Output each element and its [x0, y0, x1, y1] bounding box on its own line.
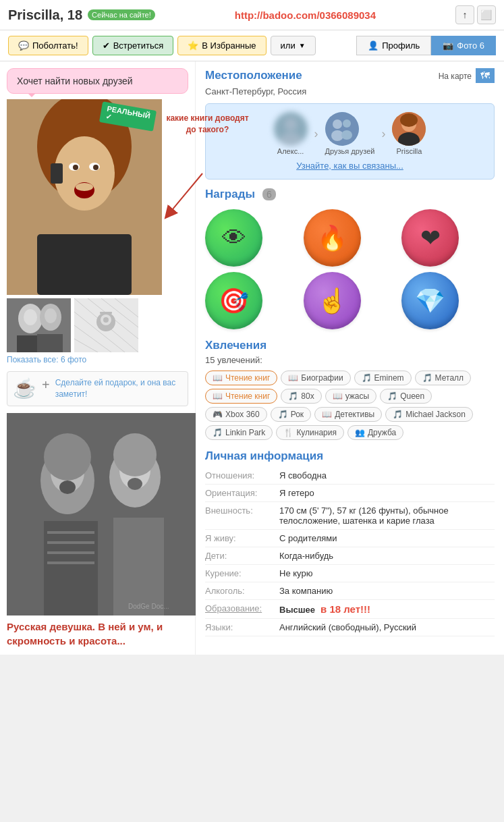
camera-icon: 📷	[443, 40, 453, 51]
connection-link[interactable]: Узнайте, как вы связаны...	[296, 161, 403, 171]
map-icon[interactable]: 🗺	[476, 68, 495, 83]
info-value: Не курю	[279, 568, 312, 578]
svg-rect-31	[7, 413, 202, 615]
interest-tag[interactable]: 🎵80x	[281, 389, 321, 404]
tag-icon: 👥	[355, 428, 365, 437]
location-section-header: Местоположение На карте 🗺	[205, 68, 495, 85]
interest-tag[interactable]: 🎵Eminem	[354, 371, 412, 385]
location-city: Санкт-Петербург, Россия	[205, 86, 495, 97]
interest-tag[interactable]: 🍴Кулинария	[276, 425, 344, 440]
interest-tag[interactable]: 📖Детективы	[314, 407, 382, 422]
tags-container: 📖Чтение книг📖Биографии🎵Eminem🎵Металл📖Чте…	[205, 371, 495, 440]
personal-section: Личная информация Отношения:Я свободнаОр…	[205, 449, 495, 636]
location-title: Местоположение	[205, 69, 302, 82]
or-button[interactable]: или ▼	[271, 36, 316, 55]
profile-tab[interactable]: 👤 Профиль	[356, 36, 431, 55]
tag-icon: 📖	[322, 410, 332, 419]
svg-point-44	[44, 433, 91, 481]
info-label: Ориентация:	[205, 488, 279, 498]
tag-label: Eminem	[374, 373, 404, 383]
award-target: 🎯	[205, 272, 262, 329]
thumb-svg-1	[7, 298, 71, 352]
interest-tag[interactable]: 🎵Queen	[380, 389, 432, 404]
interest-tag[interactable]: 🎵Linkin Park	[205, 425, 273, 440]
profile-url[interactable]: http://badoo.com/0366089034	[235, 9, 376, 21]
info-value: Высшее	[279, 605, 315, 615]
user-avatar-svg	[392, 112, 426, 146]
svg-point-9	[76, 183, 93, 191]
thumbnail-placeholder[interactable]	[74, 298, 138, 352]
tag-icon: 🍴	[283, 428, 293, 437]
chat-button[interactable]: 💬 Поболтать!	[8, 36, 88, 55]
thumbnail-1[interactable]	[7, 298, 71, 352]
online-badge: Сейчас на сайте!	[88, 9, 155, 20]
personal-info-row: Ориентация:Я гетеро	[205, 485, 495, 502]
svg-rect-39	[47, 541, 94, 544]
personal-title: Личная информация	[205, 449, 495, 463]
interest-tag[interactable]: 📖Чтение книг	[205, 371, 277, 385]
screen-icon-btn[interactable]: ⬜	[477, 5, 496, 24]
interest-tag[interactable]: 🎮Xbox 360	[205, 407, 267, 422]
annotation-arrow	[162, 140, 256, 221]
large-bottom-photo[interactable]: DodGe Doc...	[7, 413, 202, 615]
svg-rect-16	[37, 334, 63, 352]
connection-path: Алекс... › Друзья друзей	[274, 112, 426, 155]
connection-label-1: Алекс...	[274, 147, 308, 155]
meet-button[interactable]: ✔ Встретиться	[92, 36, 174, 55]
tag-label: 80x	[301, 391, 314, 401]
tag-label: Чтение книг	[225, 373, 270, 383]
add-gift-icon[interactable]: +	[42, 377, 50, 393]
tag-label: Xbox 360	[225, 410, 260, 419]
tag-icon: 🎵	[387, 391, 397, 401]
checkmark-icon: ✔	[103, 40, 110, 51]
connection-label-2: Друзья друзей	[325, 147, 375, 155]
interest-tag[interactable]: 🎵Рок	[271, 407, 311, 422]
gift-icon: ☕	[13, 377, 36, 400]
tag-icon: 🎵	[278, 410, 288, 419]
award-diamond: 💎	[401, 272, 459, 329]
interest-tag[interactable]: 👥Дружба	[347, 425, 403, 440]
map-link[interactable]: На карте	[439, 72, 472, 81]
svg-point-42	[59, 481, 76, 494]
svg-point-54	[341, 130, 352, 140]
interest-tag[interactable]: 📖Чтение книг	[205, 389, 277, 404]
tag-icon: 📖	[333, 391, 343, 401]
svg-point-43	[128, 478, 142, 490]
svg-rect-10	[51, 163, 63, 184]
tag-icon: 📖	[288, 373, 298, 383]
award-hand: ☝	[304, 272, 361, 329]
svg-point-58	[400, 113, 418, 127]
tag-label: Детективы	[335, 410, 374, 419]
info-value: 170 см (5' 7"), 57 кг (126 фунты), обычн…	[279, 505, 449, 526]
tag-icon: 🎮	[213, 410, 223, 419]
svg-point-45	[113, 433, 157, 476]
thumb-svg-2	[74, 298, 138, 352]
tag-label: Кулинария	[296, 428, 337, 437]
header-icon-group: ↑ ⬜	[455, 5, 496, 24]
education-highlight: в 18 лет!!!	[320, 603, 370, 615]
svg-point-7	[93, 165, 99, 170]
svg-rect-37	[113, 518, 164, 615]
interest-tag[interactable]: 📖ужасы	[325, 389, 376, 404]
interest-tag[interactable]: 📖Биографии	[281, 371, 350, 385]
show-all-photos-link[interactable]: Показать все: 6 фото	[7, 355, 188, 364]
large-photo-svg: DodGe Doc...	[7, 413, 202, 615]
info-value: Когда-нибудь	[279, 551, 333, 561]
tag-label: Michael Jackson	[405, 410, 466, 419]
profile-icon: 👤	[368, 40, 379, 51]
info-value: Английский (свободный), Русский	[279, 622, 416, 632]
interests-section: Хвлечения 15 увлечений: 📖Чтение книг📖Био…	[205, 339, 495, 440]
gift-text[interactable]: Сделайте ей подарок, и она вас заметит!	[55, 377, 182, 400]
interest-tag[interactable]: 🎵Michael Jackson	[385, 407, 473, 422]
favorite-button[interactable]: ⭐ В Избранные	[177, 36, 266, 55]
info-label: Алкоголь:	[205, 586, 279, 596]
profile-photo-main[interactable]: РЕАЛЬНЫЙ✓ какие книги доводят до такого?	[7, 99, 162, 295]
awards-count: 6	[262, 188, 276, 200]
photo-tab[interactable]: 📷 Фото 6	[431, 36, 496, 55]
header-left: Priscilla, 18 Сейчас на сайте!	[8, 7, 155, 23]
svg-point-2	[54, 136, 115, 211]
star-icon: ⭐	[188, 40, 198, 51]
up-icon-btn[interactable]: ↑	[455, 5, 474, 24]
interest-tag[interactable]: 🎵Металл	[415, 371, 471, 385]
info-label: Дети:	[205, 551, 279, 561]
